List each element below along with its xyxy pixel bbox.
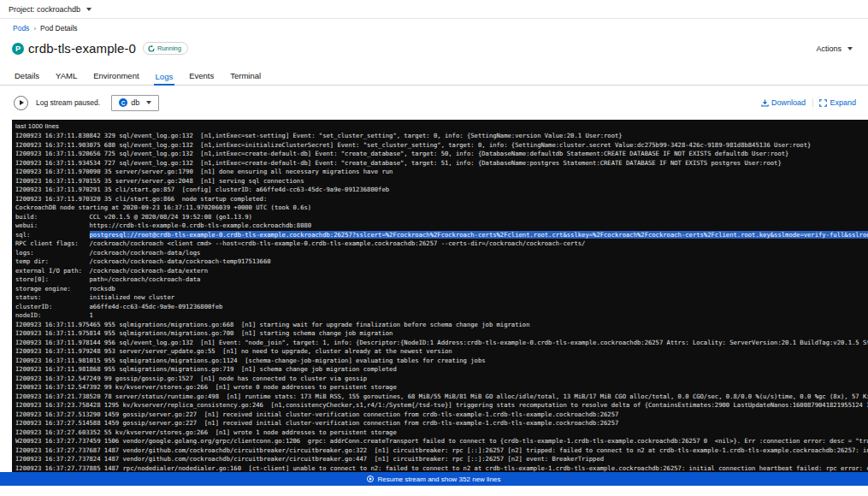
log-line: I200923 16:37:11.970320 35 cli/start.go:…: [15, 195, 868, 204]
play-circle-icon: [367, 475, 374, 482]
log-window-header: last 1000 lines: [15, 122, 868, 132]
chevron-down-icon: [86, 8, 92, 11]
download-label: Download: [771, 98, 806, 107]
chevron-down-icon: [847, 47, 853, 50]
resume-stream-button[interactable]: [14, 96, 28, 110]
actions-label: Actions: [816, 44, 841, 53]
tab-logs[interactable]: Logs: [154, 72, 175, 86]
tab-terminal[interactable]: Terminal: [228, 71, 263, 86]
log-line: I200923 16:37:12.547392 99 kv/kvserver/s…: [15, 383, 868, 393]
log-line: I200923 16:37:11.903075 680 sql/event_lo…: [15, 141, 868, 151]
log-line: I200923 16:37:27.737824 1487 vendor/gith…: [15, 455, 868, 464]
breadcrumb-current: Pod Details: [40, 24, 77, 32]
log-line: I200923 16:37:27.737687 1487 vendor/gith…: [15, 446, 868, 456]
breadcrumb-separator: ›: [33, 25, 36, 32]
log-line: I200923 16:37:11.920656 725 sql/event_lo…: [15, 150, 868, 159]
log-toolbar: Log stream paused. C db Download | Expan…: [0, 86, 868, 120]
download-button[interactable]: Download: [761, 98, 806, 107]
log-line: I200923 16:37:27.513290 1459 gossip/serv…: [15, 410, 868, 420]
log-line: status: initialized new cluster: [15, 293, 868, 303]
log-line: I200923 16:37:11.970291 35 cli/start.go:…: [15, 186, 868, 195]
resume-stream-label: Resume stream and show 352 new lines: [377, 475, 500, 483]
stream-status-text: Log stream paused.: [36, 98, 100, 107]
log-line: I200923 16:37:27.737885 1487 rpc/nodedia…: [15, 464, 868, 473]
log-line: I200923 16:37:27.603352 55 kv/kvserver/s…: [15, 428, 868, 438]
log-line: build: CCL v20.1.5 @ 2020/08/24 19:52:08…: [15, 213, 868, 222]
container-icon: C: [119, 98, 127, 107]
project-bar: Project: cockroachdb: [0, 0, 868, 19]
log-line: I200923 16:37:11.970090 35 server/server…: [15, 168, 868, 177]
log-line: store[0]: path=/cockroach/cockroach-data: [15, 275, 868, 285]
container-select-value: db: [131, 98, 139, 107]
expand-button[interactable]: Expand: [819, 98, 856, 107]
resume-stream-bar[interactable]: Resume stream and show 352 new lines: [0, 472, 868, 486]
log-line: I200923 16:37:11.975465 955 sqlmigration…: [15, 321, 868, 330]
log-lines: I200923 16:37:11.830842 329 sql/event_lo…: [15, 132, 868, 472]
log-line: temp dir: /cockroach/cockroach-data/cock…: [15, 257, 868, 267]
tab-events[interactable]: Events: [187, 71, 216, 86]
log-line: webui: https://crdb-tls-example-0.crdb-t…: [15, 221, 868, 231]
log-line: I200923 16:37:11.981015 955 sqlmigration…: [15, 357, 868, 366]
project-selector[interactable]: Project: cockroachdb: [9, 5, 92, 14]
log-line: I200923 16:37:27.514588 1459 gossip/serv…: [15, 419, 868, 428]
log-line: I200923 16:37:11.830842 329 sql/event_lo…: [15, 132, 868, 141]
tab-details[interactable]: Details: [13, 71, 41, 86]
log-line: I200923 16:37:11.979248 953 server/serve…: [15, 347, 868, 357]
log-line: I200923 16:37:11.970155 35 server/server…: [15, 177, 868, 186]
tabs: DetailsYAMLEnvironmentLogsEventsTerminal: [0, 67, 868, 86]
chevron-down-icon: [146, 101, 151, 104]
toolbar-divider: |: [812, 98, 813, 107]
selected-log-text: postgresql://root@crdb-tls-example-0.crd…: [90, 231, 868, 239]
expand-label: Expand: [830, 98, 856, 107]
project-selector-label: Project: cockroachdb: [9, 5, 80, 14]
breadcrumb: Pods › Pod Details: [0, 19, 868, 32]
expand-icon: [819, 99, 827, 107]
actions-dropdown[interactable]: Actions: [816, 44, 853, 53]
log-line: CockroachDB node starting at 2020-09-23 …: [15, 204, 868, 213]
log-line: I200923 16:37:11.978144 956 sql/event_lo…: [15, 339, 868, 348]
log-line: RPC client flags: /cockroach/cockroach <…: [15, 239, 868, 249]
status-badge: Running: [143, 42, 188, 55]
breadcrumb-pods-link[interactable]: Pods: [13, 24, 29, 32]
status-badge-label: Running: [157, 44, 181, 52]
pod-resource-icon: P: [12, 43, 24, 55]
log-line: sql: postgresql://root@crdb-tls-example-…: [15, 231, 868, 240]
log-line: I200923 16:37:11.981868 955 sqlmigration…: [15, 365, 868, 375]
play-icon: [20, 100, 24, 105]
log-line: W200923 16:37:27.737459 1506 vendor/goog…: [15, 437, 868, 446]
log-line: nodeID: 1: [15, 311, 868, 321]
sync-icon: [148, 45, 155, 52]
log-line: logs: /cockroach/cockroach-data/logs: [15, 249, 868, 258]
log-line: external I/O path: /cockroach/cockroach-…: [15, 267, 868, 276]
tab-environment[interactable]: Environment: [92, 71, 140, 86]
tab-yaml[interactable]: YAML: [54, 71, 79, 86]
container-select[interactable]: C db: [111, 95, 159, 111]
log-line: clusterID: a66ffe4d-cc63-45dc-9a9e-09123…: [15, 303, 868, 312]
log-line: storage engine: rocksdb: [15, 285, 868, 294]
log-line: I200923 16:37:11.934534 727 sql/event_lo…: [15, 159, 868, 168]
log-viewer[interactable]: last 1000 lines I200923 16:37:11.830842 …: [12, 120, 868, 472]
page-header: P crdb-tls-example-0 Running Actions: [0, 32, 868, 58]
log-line: I200923 16:37:11.975814 955 sqlmigration…: [15, 329, 868, 339]
page-title: crdb-tls-example-0: [28, 41, 136, 56]
log-line: I200923 16:37:23.758428 1295 kv/kvserver…: [15, 401, 868, 410]
download-icon: [761, 99, 769, 107]
log-toolbar-right: Download | Expand: [761, 98, 856, 107]
log-line: I200923 16:37:21.738520 78 server/status…: [15, 393, 868, 402]
log-line: I200923 16:37:12.547249 99 gossip/gossip…: [15, 375, 868, 384]
